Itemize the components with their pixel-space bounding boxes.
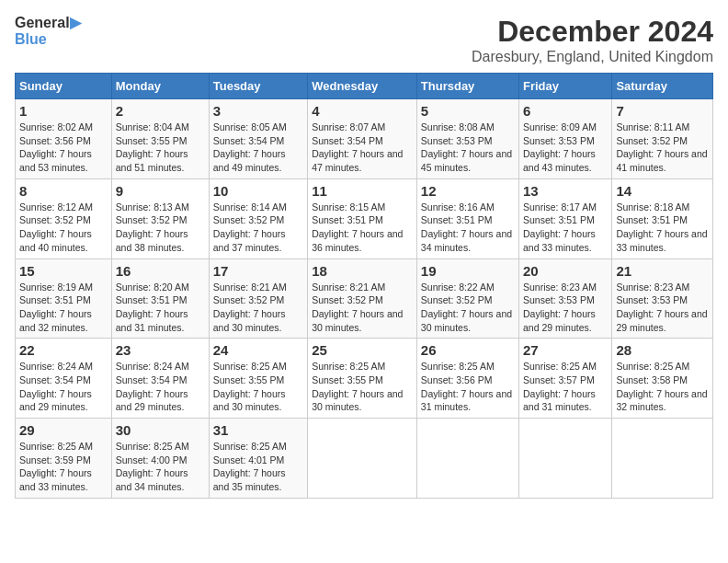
- calendar-day-cell: 30 Sunrise: 8:25 AMSunset: 4:00 PMDaylig…: [111, 419, 209, 499]
- day-info: Sunrise: 8:25 AMSunset: 3:55 PMDaylight:…: [213, 360, 303, 414]
- calendar-week-row: 22 Sunrise: 8:24 AMSunset: 3:54 PMDaylig…: [16, 339, 713, 419]
- calendar-week-row: 15 Sunrise: 8:19 AMSunset: 3:51 PMDaylig…: [16, 259, 713, 339]
- day-number: 27: [523, 342, 608, 358]
- day-number: 8: [19, 183, 108, 199]
- calendar-day-cell: [308, 419, 417, 499]
- day-info: Sunrise: 8:19 AMSunset: 3:51 PMDaylight:…: [19, 281, 108, 335]
- calendar-day-cell: 1 Sunrise: 8:02 AMSunset: 3:56 PMDayligh…: [16, 99, 112, 179]
- day-number: 9: [116, 183, 205, 199]
- header-friday: Friday: [519, 74, 612, 99]
- day-number: 5: [421, 103, 515, 119]
- main-title: December 2024: [472, 15, 713, 49]
- calendar-day-cell: 29 Sunrise: 8:25 AMSunset: 3:59 PMDaylig…: [16, 419, 112, 499]
- day-number: 1: [19, 103, 108, 119]
- calendar-day-cell: 12 Sunrise: 8:16 AMSunset: 3:51 PMDaylig…: [416, 178, 518, 259]
- day-info: Sunrise: 8:25 AMSunset: 4:00 PMDaylight:…: [116, 440, 205, 494]
- calendar-day-cell: 28 Sunrise: 8:25 AMSunset: 3:58 PMDaylig…: [612, 339, 713, 419]
- day-info: Sunrise: 8:25 AMSunset: 3:55 PMDaylight:…: [312, 360, 413, 414]
- calendar-day-cell: 6 Sunrise: 8:09 AMSunset: 3:53 PMDayligh…: [519, 99, 612, 179]
- day-info: Sunrise: 8:25 AMSunset: 3:59 PMDaylight:…: [19, 440, 108, 494]
- day-info: Sunrise: 8:08 AMSunset: 3:53 PMDaylight:…: [421, 121, 515, 175]
- day-info: Sunrise: 8:04 AMSunset: 3:55 PMDaylight:…: [116, 121, 205, 175]
- day-number: 7: [616, 103, 709, 119]
- calendar-day-cell: 22 Sunrise: 8:24 AMSunset: 3:54 PMDaylig…: [16, 339, 112, 419]
- calendar-header-row: Sunday Monday Tuesday Wednesday Thursday…: [16, 74, 713, 99]
- calendar-day-cell: 31 Sunrise: 8:25 AMSunset: 4:01 PMDaylig…: [209, 419, 307, 499]
- subtitle: Daresbury, England, United Kingdom: [472, 49, 713, 65]
- header-wednesday: Wednesday: [308, 74, 417, 99]
- day-number: 3: [213, 103, 303, 119]
- day-info: Sunrise: 8:21 AMSunset: 3:52 PMDaylight:…: [213, 281, 303, 335]
- calendar-day-cell: 25 Sunrise: 8:25 AMSunset: 3:55 PMDaylig…: [308, 339, 417, 419]
- day-number: 4: [312, 103, 413, 119]
- day-info: Sunrise: 8:12 AMSunset: 3:52 PMDaylight:…: [19, 201, 108, 255]
- day-number: 17: [213, 263, 303, 279]
- day-info: Sunrise: 8:23 AMSunset: 3:53 PMDaylight:…: [616, 281, 709, 335]
- calendar-day-cell: 11 Sunrise: 8:15 AMSunset: 3:51 PMDaylig…: [308, 178, 417, 259]
- day-number: 10: [213, 183, 303, 199]
- day-number: 30: [116, 422, 205, 438]
- day-number: 6: [523, 103, 608, 119]
- calendar-day-cell: [416, 419, 518, 499]
- day-info: Sunrise: 8:16 AMSunset: 3:51 PMDaylight:…: [421, 201, 515, 255]
- day-number: 13: [523, 183, 608, 199]
- calendar-day-cell: 18 Sunrise: 8:21 AMSunset: 3:52 PMDaylig…: [308, 259, 417, 339]
- calendar-day-cell: 2 Sunrise: 8:04 AMSunset: 3:55 PMDayligh…: [111, 99, 209, 179]
- calendar-day-cell: 7 Sunrise: 8:11 AMSunset: 3:52 PMDayligh…: [612, 99, 713, 179]
- calendar-day-cell: 19 Sunrise: 8:22 AMSunset: 3:52 PMDaylig…: [416, 259, 518, 339]
- day-info: Sunrise: 8:05 AMSunset: 3:54 PMDaylight:…: [213, 121, 303, 175]
- header-monday: Monday: [111, 74, 209, 99]
- calendar-day-cell: [519, 419, 612, 499]
- day-number: 12: [421, 183, 515, 199]
- day-number: 20: [523, 263, 608, 279]
- day-info: Sunrise: 8:23 AMSunset: 3:53 PMDaylight:…: [523, 281, 608, 335]
- day-number: 16: [116, 263, 205, 279]
- calendar-day-cell: 17 Sunrise: 8:21 AMSunset: 3:52 PMDaylig…: [209, 259, 307, 339]
- day-number: 22: [19, 342, 108, 358]
- day-info: Sunrise: 8:25 AMSunset: 3:58 PMDaylight:…: [616, 360, 709, 414]
- day-info: Sunrise: 8:02 AMSunset: 3:56 PMDaylight:…: [19, 121, 108, 175]
- calendar-day-cell: [612, 419, 713, 499]
- calendar-day-cell: 8 Sunrise: 8:12 AMSunset: 3:52 PMDayligh…: [16, 178, 112, 259]
- calendar-day-cell: 27 Sunrise: 8:25 AMSunset: 3:57 PMDaylig…: [519, 339, 612, 419]
- day-info: Sunrise: 8:18 AMSunset: 3:51 PMDaylight:…: [616, 201, 709, 255]
- day-info: Sunrise: 8:24 AMSunset: 3:54 PMDaylight:…: [116, 360, 205, 414]
- logo: General▶ Blue: [15, 15, 81, 47]
- day-number: 28: [616, 342, 709, 358]
- day-number: 11: [312, 183, 413, 199]
- header-tuesday: Tuesday: [209, 74, 307, 99]
- day-number: 29: [19, 422, 108, 438]
- calendar-week-row: 1 Sunrise: 8:02 AMSunset: 3:56 PMDayligh…: [16, 99, 713, 179]
- day-info: Sunrise: 8:25 AMSunset: 3:56 PMDaylight:…: [421, 360, 515, 414]
- day-info: Sunrise: 8:20 AMSunset: 3:51 PMDaylight:…: [116, 281, 205, 335]
- page-header: General▶ Blue December 2024 Daresbury, E…: [15, 15, 713, 65]
- calendar-week-row: 8 Sunrise: 8:12 AMSunset: 3:52 PMDayligh…: [16, 178, 713, 259]
- day-number: 25: [312, 342, 413, 358]
- day-info: Sunrise: 8:11 AMSunset: 3:52 PMDaylight:…: [616, 121, 709, 175]
- day-info: Sunrise: 8:24 AMSunset: 3:54 PMDaylight:…: [19, 360, 108, 414]
- day-info: Sunrise: 8:15 AMSunset: 3:51 PMDaylight:…: [312, 201, 413, 255]
- day-number: 15: [19, 263, 108, 279]
- calendar-day-cell: 10 Sunrise: 8:14 AMSunset: 3:52 PMDaylig…: [209, 178, 307, 259]
- day-number: 2: [116, 103, 205, 119]
- calendar-day-cell: 24 Sunrise: 8:25 AMSunset: 3:55 PMDaylig…: [209, 339, 307, 419]
- day-info: Sunrise: 8:21 AMSunset: 3:52 PMDaylight:…: [312, 281, 413, 335]
- day-number: 21: [616, 263, 709, 279]
- title-area: December 2024 Daresbury, England, United…: [472, 15, 713, 65]
- day-info: Sunrise: 8:25 AMSunset: 4:01 PMDaylight:…: [213, 440, 303, 494]
- day-number: 23: [116, 342, 205, 358]
- calendar-day-cell: 13 Sunrise: 8:17 AMSunset: 3:51 PMDaylig…: [519, 178, 612, 259]
- day-number: 19: [421, 263, 515, 279]
- day-number: 18: [312, 263, 413, 279]
- calendar-day-cell: 26 Sunrise: 8:25 AMSunset: 3:56 PMDaylig…: [416, 339, 518, 419]
- day-info: Sunrise: 8:25 AMSunset: 3:57 PMDaylight:…: [523, 360, 608, 414]
- calendar-day-cell: 3 Sunrise: 8:05 AMSunset: 3:54 PMDayligh…: [209, 99, 307, 179]
- calendar-day-cell: 4 Sunrise: 8:07 AMSunset: 3:54 PMDayligh…: [308, 99, 417, 179]
- header-thursday: Thursday: [416, 74, 518, 99]
- day-info: Sunrise: 8:13 AMSunset: 3:52 PMDaylight:…: [116, 201, 205, 255]
- calendar-week-row: 29 Sunrise: 8:25 AMSunset: 3:59 PMDaylig…: [16, 419, 713, 499]
- calendar-day-cell: 23 Sunrise: 8:24 AMSunset: 3:54 PMDaylig…: [111, 339, 209, 419]
- calendar-table: Sunday Monday Tuesday Wednesday Thursday…: [15, 73, 713, 499]
- calendar-day-cell: 9 Sunrise: 8:13 AMSunset: 3:52 PMDayligh…: [111, 178, 209, 259]
- day-number: 26: [421, 342, 515, 358]
